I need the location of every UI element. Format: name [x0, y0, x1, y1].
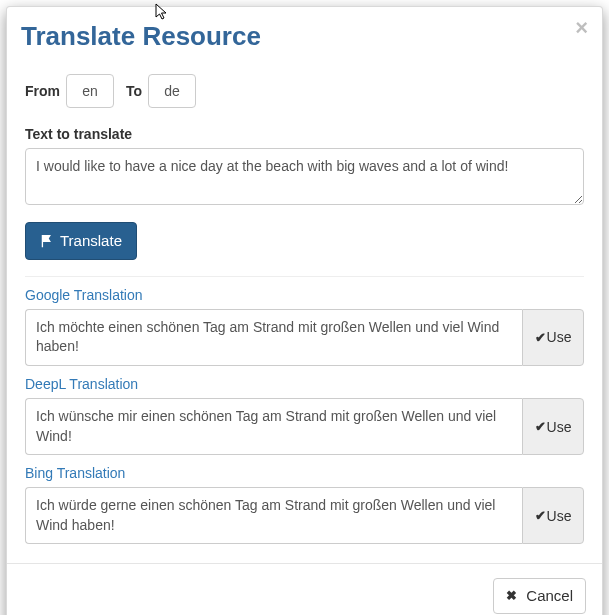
cancel-label: Cancel — [526, 586, 573, 606]
use-button-google[interactable]: ✔Use — [522, 309, 584, 366]
use-label: Use — [547, 329, 572, 345]
use-label: Use — [547, 508, 572, 524]
use-label: Use — [547, 419, 572, 435]
translate-modal: × Translate Resource From To Text to tra… — [6, 6, 603, 615]
modal-title: Translate Resource — [21, 21, 584, 52]
translate-button[interactable]: Translate — [25, 222, 137, 260]
modal-header: × Translate Resource — [7, 7, 602, 58]
check-icon: ✔ — [535, 419, 546, 434]
cancel-button[interactable]: ✖Cancel — [493, 578, 586, 614]
close-button[interactable]: × — [575, 17, 588, 39]
modal-footer: ✖Cancel — [7, 563, 602, 615]
result-text-google: Ich möchte einen schönen Tag am Strand m… — [25, 309, 522, 366]
modal-body: From To Text to translate Translate Goog… — [7, 58, 602, 563]
translate-button-label: Translate — [60, 231, 122, 251]
provider-label-deepl: DeepL Translation — [25, 376, 584, 392]
check-icon: ✔ — [535, 330, 546, 345]
use-button-bing[interactable]: ✔Use — [522, 487, 584, 544]
flag-icon — [40, 234, 54, 248]
text-to-translate-label: Text to translate — [25, 126, 584, 142]
result-row-deepl: Ich wünsche mir einen schönen Tag am Str… — [25, 398, 584, 455]
close-icon: ✖ — [506, 588, 517, 605]
separator — [25, 276, 584, 277]
check-icon: ✔ — [535, 508, 546, 523]
provider-label-bing: Bing Translation — [25, 465, 584, 481]
result-text-deepl: Ich wünsche mir einen schönen Tag am Str… — [25, 398, 522, 455]
language-row: From To — [25, 74, 584, 108]
from-label: From — [25, 83, 60, 99]
provider-label-google: Google Translation — [25, 287, 584, 303]
result-row-bing: Ich würde gerne einen schönen Tag am Str… — [25, 487, 584, 544]
result-row-google: Ich möchte einen schönen Tag am Strand m… — [25, 309, 584, 366]
result-text-bing: Ich würde gerne einen schönen Tag am Str… — [25, 487, 522, 544]
use-button-deepl[interactable]: ✔Use — [522, 398, 584, 455]
to-label: To — [126, 83, 142, 99]
to-language-input[interactable] — [148, 74, 196, 108]
text-to-translate-input[interactable] — [25, 148, 584, 205]
from-language-input[interactable] — [66, 74, 114, 108]
